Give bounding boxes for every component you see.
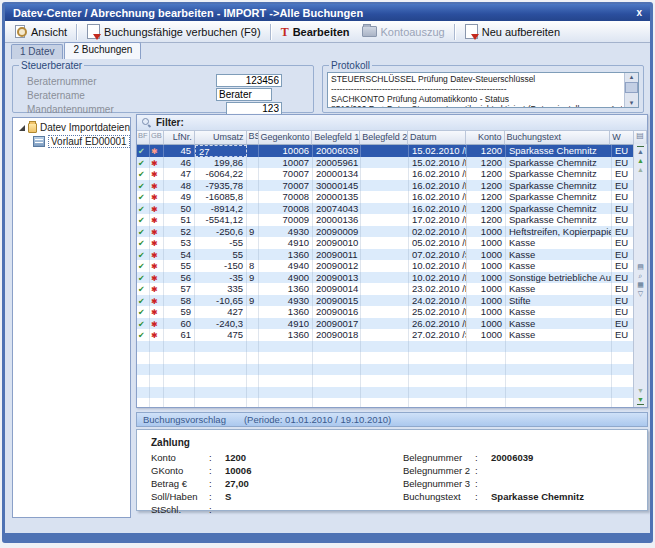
cell-umsatz: [195, 364, 247, 376]
cell-umsatz: 199,86: [195, 157, 247, 169]
column-header-konto[interactable]: Konto: [466, 131, 505, 145]
table-row[interactable]: ✔✱56-35949002009001310.02.2010 /Mi1000So…: [137, 272, 647, 284]
bf-check-icon: ✔: [138, 205, 145, 214]
protokoll-textarea[interactable]: STEUERSCHLÜSSEL Prüfung Datev-Steuerschl…: [327, 72, 639, 108]
cell-konto: 1000: [467, 283, 506, 295]
bf-check-icon: ✔: [138, 320, 145, 329]
cell-belegfeld1: 20000136: [313, 214, 361, 226]
column-header-gb[interactable]: GB: [150, 131, 164, 145]
table-row[interactable]: [137, 352, 647, 364]
cell-datum: 05.02.2010 /Fr: [409, 237, 467, 249]
tree-expander-icon[interactable]: [19, 125, 25, 131]
table-row[interactable]: ✔✱53-5549102009001005.02.2010 /Fr1000Kas…: [137, 237, 647, 249]
cell-datum: 24.02.2010 /Mi: [409, 295, 467, 307]
buchungsvorschlag-title: Buchungsvorschlag: [143, 414, 226, 425]
beratername-field[interactable]: [216, 88, 272, 101]
verbuchen-button[interactable]: Buchungsfähige verbuchen (F9): [81, 22, 267, 41]
table-row[interactable]: ✔✱46199,86100072000596115.02.2010 /Mo120…: [137, 157, 647, 169]
cell-umsatz: -5541,12: [195, 214, 247, 226]
beraternummer-field[interactable]: [216, 74, 282, 87]
cell-bf: ✔: [137, 260, 150, 272]
filter-bar[interactable]: Filter:: [137, 115, 647, 131]
table-row[interactable]: ✔✱4527100062000603915.02.2010 /Mo1200Spa…: [137, 145, 647, 157]
kontoauszug-button[interactable]: Kontoauszug: [356, 24, 451, 40]
table-row[interactable]: [137, 387, 647, 399]
scroll-first-arrow-icon[interactable]: ▲: [637, 147, 644, 156]
cell-bf: ✔: [137, 157, 150, 169]
table-row[interactable]: [137, 364, 647, 376]
cell-bs: [247, 341, 259, 353]
cell-konto: 1000: [467, 272, 506, 284]
column-header-umsatz[interactable]: Umsatz: [195, 131, 247, 145]
filter-funnel-icon[interactable]: ▽: [638, 289, 643, 298]
neu-aufbereiten-button[interactable]: Neu aufbereiten: [459, 22, 566, 41]
column-chooser-icon[interactable]: ▤: [634, 131, 647, 145]
tab-datev[interactable]: 1 Datev: [11, 44, 63, 59]
cell-lfnr: 46: [164, 157, 195, 169]
scroll-up-page-icon[interactable]: ▲: [637, 165, 644, 174]
tree-child-item[interactable]: Vorlauf ED00001: [33, 135, 130, 148]
cell-bs: [247, 352, 259, 364]
cell-lfnr: 52: [164, 226, 195, 238]
table-row[interactable]: ✔✱60-240,349102009001726.02.2010 /Fr1000…: [137, 318, 647, 330]
table-row[interactable]: ✔✱48-7935,78700073000014516.02.2010 /Di1…: [137, 180, 647, 192]
table-row[interactable]: ✔✱5942713602009001625.02.2010 /Do1000Kas…: [137, 306, 647, 318]
cell-belegfeld1: 20000135: [313, 191, 361, 203]
column-header-lfnr-[interactable]: LfNr.: [164, 131, 195, 145]
gb-flag-icon: ✱: [151, 331, 158, 340]
cell-belegfeld1: 30000145: [313, 180, 361, 192]
cell-lfnr: [164, 364, 195, 376]
grid-view-icon[interactable]: ▤: [637, 262, 644, 271]
scroll-last-icon[interactable]: [637, 404, 644, 405]
table-row[interactable]: ✔✱6147513602009001827.02.2010 /Sa1000Kas…: [137, 329, 647, 341]
table-row[interactable]: ✔✱47-6064,22700072000013416.02.2010 /Di1…: [137, 168, 647, 180]
table-row[interactable]: ✔✱58-10,65949302009001524.02.2010 /Mi100…: [137, 295, 647, 307]
cell-buchungstext: [506, 398, 612, 408]
table-row[interactable]: ✔✱5733513602009001423.02.2010 /Di1000Kas…: [137, 283, 647, 295]
table-row[interactable]: [137, 375, 647, 387]
table-row[interactable]: [137, 398, 647, 408]
column-header-belegfeld-1[interactable]: Belegfeld 1: [312, 131, 360, 145]
cell-datum: 15.02.2010 /Mo: [409, 145, 467, 157]
column-header-gegenkonto[interactable]: Gegenkonto: [259, 131, 313, 145]
column-header-belegfeld-2[interactable]: Belegfeld 2: [360, 131, 408, 145]
table-row[interactable]: ✔✱50-8914,2700082007404316.02.2010 /Di12…: [137, 203, 647, 215]
cell-belegfeld2: [361, 157, 409, 169]
table-row[interactable]: ✔✱55-150849402009001210.02.2010 /Mi1000K…: [137, 260, 647, 272]
column-header-w[interactable]: W: [610, 131, 634, 145]
scroll-down-page-icon[interactable]: ▼: [637, 386, 644, 395]
title-bar[interactable]: Datev-Center / Abrechnung bearbeiten - I…: [5, 4, 650, 21]
scroll-up-icon[interactable]: ▴: [630, 73, 634, 81]
cell-lfnr: [164, 398, 195, 408]
column-header-datum[interactable]: Datum: [408, 131, 466, 145]
column-header-buchungstext[interactable]: Buchungstext: [505, 131, 611, 145]
scroll-up-icon[interactable]: ▲: [637, 156, 644, 165]
cell-belegfeld1: [313, 375, 361, 387]
bearbeiten-button[interactable]: T Bearbeiten: [275, 24, 356, 40]
cell-gb: ✱: [150, 145, 164, 157]
table-row[interactable]: [137, 341, 647, 353]
scrollbar-thumb[interactable]: [625, 82, 638, 93]
protokoll-scrollbar[interactable]: ▴ ▾: [624, 73, 638, 107]
table-row[interactable]: ✔✱49-16085,8700082000013516.02.2010 /Di1…: [137, 191, 647, 203]
ansicht-button[interactable]: Ansicht: [9, 23, 73, 40]
tree-root-item[interactable]: Datev Importdateien: [19, 122, 130, 133]
close-icon[interactable]: x: [636, 7, 642, 18]
column-header-bs[interactable]: BS: [247, 131, 259, 145]
scroll-down-icon[interactable]: ▼: [637, 395, 644, 404]
cell-bf: ✔: [137, 180, 150, 192]
list-view-icon[interactable]: ▦: [637, 280, 644, 289]
tab-buchungen[interactable]: 2 Buchungen: [64, 42, 141, 59]
cell-datum: 25.02.2010 /Do: [409, 306, 467, 318]
beraternummer-label: Beraternummer: [27, 76, 96, 87]
table-row[interactable]: ✔✱51-5541,12700092000013617.02.2010 /Mi1…: [137, 214, 647, 226]
field-value: 20006039: [491, 452, 533, 463]
cell-gegenkonto: 1360: [259, 283, 313, 295]
cell-belegfeld1: 20090012: [313, 260, 361, 272]
protokoll-legend: Protokoll: [329, 60, 372, 71]
column-header-bf[interactable]: BF: [137, 131, 150, 145]
scroll-down-icon[interactable]: ▾: [630, 99, 634, 107]
search-icon[interactable]: ⌕: [639, 271, 643, 280]
table-row[interactable]: ✔✱545513602009001107.02.2010 /So1000Kass…: [137, 249, 647, 261]
table-row[interactable]: ✔✱52-250,6949302009000902.02.2010 /Di100…: [137, 226, 647, 238]
